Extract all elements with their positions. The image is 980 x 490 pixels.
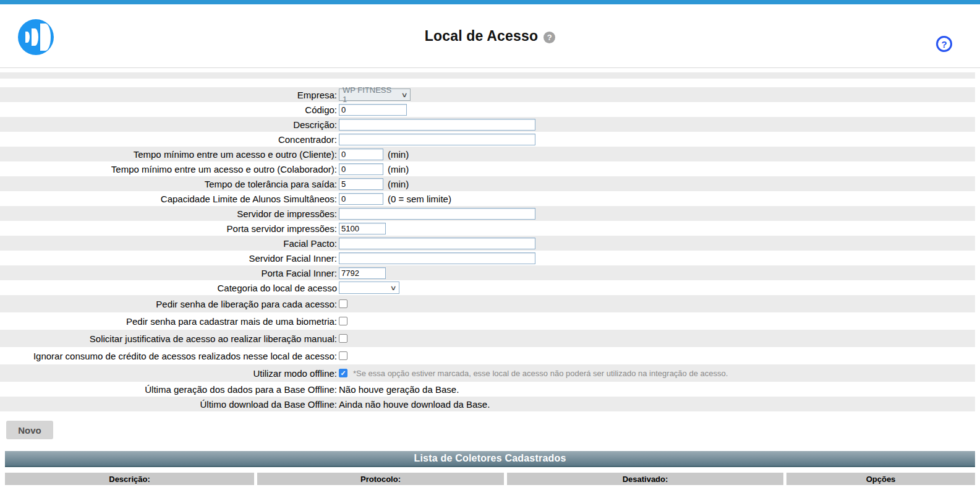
field-label: Capacidade Limite de Alunos Simultâneos: (0, 194, 337, 204)
empty-stripe-row (0, 72, 975, 79)
form-row-empresa: Empresa:WP FITNESS 1∨ (0, 87, 975, 102)
form-row-ignorar-consumo-de-credito: Ignorar consumo de crédito de acessos re… (0, 347, 975, 364)
form-row-codigo: Código: (0, 102, 975, 117)
tempo-de-tolerancia-para-input[interactable] (339, 178, 383, 190)
pedir-senha-para-cadastrar-checkbox[interactable] (339, 317, 347, 325)
pedir-senha-de-liberacao-checkbox[interactable] (339, 299, 347, 308)
form-row-utilizar-modo-offline: Utilizar modo offline:✓*Se essa opção es… (0, 364, 975, 382)
form-row-tempo-minimo-entre-um: Tempo mínimo entre um acesso e outro (Cl… (0, 147, 975, 161)
title-help-icon[interactable]: ? (543, 32, 555, 43)
field-label: Pedir senha de liberação para cada acess… (0, 299, 337, 309)
facial-pacto-input[interactable] (339, 238, 535, 249)
field-label: Utilizar modo offline: (0, 368, 337, 379)
form-row-pedir-senha-para-cadastrar: Pedir senha para cadastrar mais de uma b… (0, 312, 975, 330)
form-row-capacidade-limite-de-alunos: Capacidade Limite de Alunos Simultâneos:… (0, 191, 975, 206)
field-label: Tempo mínimo entre um acesso e outro (Co… (0, 164, 337, 174)
field-label: Porta Facial Inner: (0, 268, 337, 278)
field-suffix: (min) (388, 164, 409, 174)
empresa-select[interactable]: WP FITNESS 1∨ (339, 88, 411, 101)
field-label: Descrição: (0, 119, 337, 130)
access-location-form: Empresa:WP FITNESS 1∨Código:Descrição:Co… (0, 87, 980, 411)
form-row-servidor-de-impressoes: Servidor de impressões: (0, 206, 975, 221)
column-header-descricao: Descrição: (5, 473, 254, 485)
field-label: Código: (0, 105, 337, 115)
field-label: Tempo mínimo entre um acesso e outro (Cl… (0, 149, 337, 160)
page-header: Local de Acesso ? ? (0, 4, 980, 68)
tempo-minimo-entre-um-input[interactable] (339, 163, 383, 175)
field-label: Tempo de tolerância para saída: (0, 179, 337, 189)
form-row-facial-pacto: Facial Pacto: (0, 236, 975, 251)
field-label: Porta servidor impressões: (0, 223, 337, 234)
porta-facial-inner-input[interactable] (339, 267, 386, 279)
form-row-pedir-senha-de-liberacao: Pedir senha de liberação para cada acess… (0, 295, 975, 312)
field-suffix: (0 = sem limite) (388, 194, 451, 204)
servidor-facial-inner-input[interactable] (339, 252, 535, 264)
field-label: Categoria do local de acesso (0, 283, 337, 293)
form-row-tempo-de-tolerancia-para: Tempo de tolerância para saída:(min) (0, 176, 975, 191)
column-header-desativado: Desativado: (507, 473, 783, 485)
field-label: Última geração dos dados para a Base Off… (0, 384, 337, 395)
form-row-descricao: Descrição: (0, 117, 975, 132)
ultima-geracao-dos-dados-value: Não houve geração da Base. (339, 384, 459, 395)
collectors-table-header-row: Descrição:Protocolo:Desativado:Opções (5, 473, 975, 485)
field-label: Servidor Facial Inner: (0, 253, 337, 264)
ignorar-consumo-de-credito-checkbox[interactable] (339, 351, 347, 360)
solicitar-justificativa-de-acesso-checkbox[interactable] (339, 334, 347, 343)
field-label: Facial Pacto: (0, 238, 337, 249)
form-row-porta-servidor-impressoes: Porta servidor impressões: (0, 221, 975, 236)
form-row-ultimo-download-da-base: Último download da Base Offline:Ainda nã… (0, 397, 975, 411)
tempo-minimo-entre-um-input[interactable] (339, 148, 383, 160)
capacidade-limite-de-alunos-input[interactable] (339, 193, 383, 205)
categoria-do-local-de-select[interactable]: ∨ (339, 282, 399, 294)
form-row-tempo-minimo-entre-um: Tempo mínimo entre um acesso e outro (Co… (0, 161, 975, 176)
field-label: Ignorar consumo de crédito de acessos re… (0, 351, 337, 361)
field-label: Empresa: (0, 90, 337, 100)
utilizar-modo-offline-checkbox[interactable]: ✓ (339, 369, 347, 377)
corner-help-icon[interactable]: ? (936, 36, 952, 52)
field-label: Último download da Base Offline: (0, 399, 337, 410)
form-row-porta-facial-inner: Porta Facial Inner: (0, 265, 975, 280)
descricao-input[interactable] (339, 119, 535, 131)
offline-mode-note: *Se essa opção estiver marcada, esse loc… (353, 369, 728, 378)
chevron-down-icon: ∨ (401, 91, 407, 99)
field-label: Solicitar justificativa de acesso ao rea… (0, 333, 337, 344)
form-row-servidor-facial-inner: Servidor Facial Inner: (0, 251, 975, 265)
selected-option-label: WP FITNESS 1 (343, 85, 398, 104)
form-row-solicitar-justificativa-de-acesso: Solicitar justificativa de acesso ao rea… (0, 330, 975, 347)
field-label: Pedir senha para cadastrar mais de uma b… (0, 316, 337, 327)
field-suffix: (min) (388, 179, 409, 189)
column-header-opcoes: Opções (786, 473, 975, 485)
collectors-table-title: Lista de Coletores Cadastrados (5, 451, 975, 467)
codigo-input[interactable] (339, 104, 407, 116)
ultimo-download-da-base-value: Ainda não houve download da Base. (339, 399, 490, 410)
page-title: Local de Acesso (425, 28, 539, 45)
form-row-ultima-geracao-dos-dados: Última geração dos dados para a Base Off… (0, 382, 975, 397)
form-row-concentrador: Concentrador: (0, 132, 975, 147)
concentrador-input[interactable] (339, 134, 535, 145)
servidor-de-impressoes-input[interactable] (339, 208, 535, 220)
top-accent-bar (0, 0, 980, 4)
field-label: Concentrador: (0, 134, 337, 145)
porta-servidor-impressoes-input[interactable] (339, 223, 386, 234)
form-row-categoria-do-local-de: Categoria do local de acesso∨ (0, 280, 975, 295)
field-label: Servidor de impressões: (0, 208, 337, 219)
chevron-down-icon: ∨ (390, 284, 396, 292)
column-header-protocolo: Protocolo: (257, 473, 504, 485)
novo-button[interactable]: Novo (6, 421, 53, 439)
field-suffix: (min) (388, 149, 409, 160)
